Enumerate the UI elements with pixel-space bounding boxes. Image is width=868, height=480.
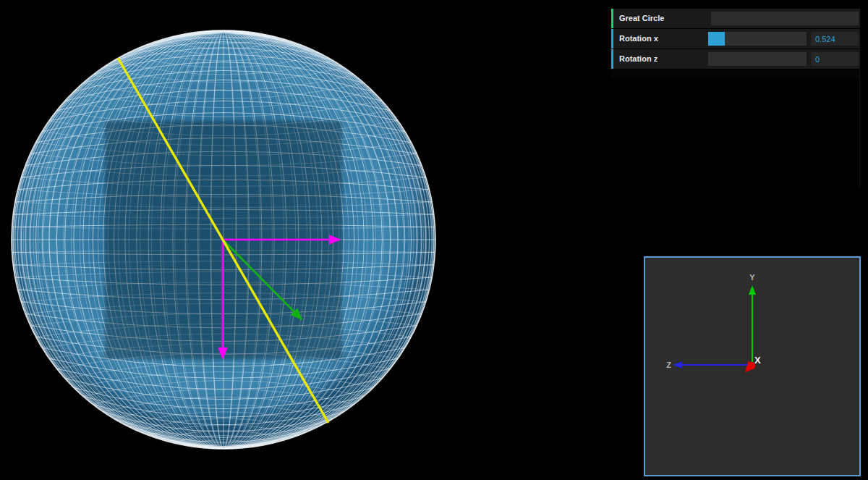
axes-orientation-widget: Y Z X bbox=[644, 256, 861, 476]
rotation-x-value-input[interactable]: 0.524 bbox=[811, 32, 859, 46]
panel-edge-line bbox=[859, 70, 860, 188]
gui-row-label: Rotation x bbox=[613, 29, 708, 49]
rotation-x-slider[interactable] bbox=[708, 32, 807, 46]
z-axis-label: Z bbox=[666, 361, 671, 369]
y-axis-arrowhead-icon bbox=[749, 285, 756, 295]
control-panel: Great Circle Rotation x 0.524 Rotation z… bbox=[611, 9, 860, 78]
rotation-x-slider-fill bbox=[708, 32, 725, 46]
gui-row-rotation-x: Rotation x 0.524 bbox=[611, 29, 860, 49]
axes-widget-canvas: Y Z X bbox=[645, 258, 859, 475]
y-axis-label: Y bbox=[749, 273, 755, 282]
gui-row-rotation-z: Rotation z 0 bbox=[611, 49, 860, 69]
rotation-z-value-input[interactable]: 0 bbox=[811, 52, 859, 66]
gui-input-zone: 0 bbox=[708, 49, 860, 69]
gui-row-label: Great Circle bbox=[613, 9, 711, 28]
great-circle-text-input[interactable] bbox=[711, 12, 859, 25]
app-root: Great Circle Rotation x 0.524 Rotation z… bbox=[0, 0, 868, 480]
x-axis-label: X bbox=[754, 355, 761, 366]
gui-input-zone: 0.524 bbox=[708, 29, 860, 49]
z-axis-arrowhead-icon bbox=[673, 361, 682, 369]
gui-row-great-circle[interactable]: Great Circle bbox=[611, 9, 860, 28]
rotation-z-slider[interactable] bbox=[708, 52, 807, 66]
gui-footer bbox=[611, 70, 860, 78]
gui-row-label: Rotation z bbox=[613, 49, 708, 69]
gui-input-zone bbox=[711, 9, 860, 28]
